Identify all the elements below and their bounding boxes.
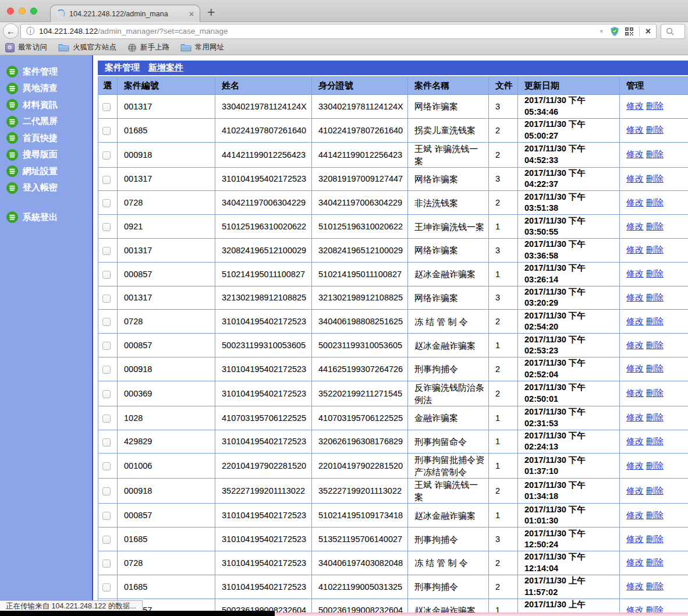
sidebar-item[interactable]: 異地清查 [0, 80, 92, 97]
row-checkbox[interactable] [102, 176, 111, 184]
site-info-icon[interactable]: ⓘ [26, 26, 34, 37]
id-number-cell: 510214195109173418 [312, 504, 408, 528]
sidebar-item[interactable]: 材料資訊 [0, 97, 92, 114]
delete-link[interactable]: 刪除 [646, 534, 664, 544]
sidebar-item[interactable]: 首頁快捷 [0, 130, 92, 147]
row-checkbox[interactable] [102, 438, 111, 447]
delete-link[interactable]: 刪除 [646, 268, 664, 278]
edit-link[interactable]: 修改 [626, 581, 644, 591]
bookmark-item[interactable]: ⚙最常访问 [5, 43, 47, 52]
row-checkbox[interactable] [102, 462, 111, 470]
file-count-cell: 2 [489, 191, 518, 215]
new-tab-button[interactable]: + [207, 5, 215, 20]
row-checkbox[interactable] [102, 103, 111, 111]
bookmark-item[interactable]: 新手上路 [127, 43, 169, 52]
delete-link[interactable]: 刪除 [646, 510, 664, 520]
delete-link[interactable]: 刪除 [646, 557, 664, 567]
edit-link[interactable]: 修改 [626, 363, 644, 373]
edit-link[interactable]: 修改 [626, 316, 644, 326]
delete-link[interactable]: 刪除 [646, 125, 664, 134]
qr-code-icon[interactable] [625, 27, 633, 36]
row-checkbox[interactable] [102, 536, 111, 544]
url-bar[interactable]: ⓘ 104.221.248.122/admin_manager/?set=cas… [20, 24, 657, 39]
sidebar-item[interactable]: 二代黑屏 [0, 114, 92, 130]
delete-link[interactable]: 刪除 [646, 340, 664, 350]
row-checkbox[interactable] [102, 487, 111, 495]
tab-close-icon[interactable]: × [189, 10, 194, 18]
edit-link[interactable]: 修改 [626, 388, 644, 398]
update-date: 2017/11/30 下午 [524, 263, 586, 272]
delete-link[interactable]: 刪除 [646, 461, 664, 470]
column-header: 選 [98, 77, 118, 95]
edit-link[interactable]: 修改 [626, 221, 644, 231]
delete-link[interactable]: 刪除 [646, 149, 664, 159]
new-case-link[interactable]: 新增案件 [148, 62, 183, 73]
row-checkbox[interactable] [102, 247, 111, 255]
table-row: 0921510125196310020622510125196310020622… [98, 215, 688, 239]
shield-icon[interactable] [610, 26, 619, 37]
search-input[interactable] [661, 24, 685, 39]
back-button[interactable]: ← [3, 23, 19, 39]
delete-link[interactable]: 刪除 [646, 486, 664, 495]
row-checkbox[interactable] [102, 318, 111, 326]
row-checkbox[interactable] [102, 127, 111, 135]
update-time: 03:20:29 [524, 298, 558, 307]
edit-link[interactable]: 修改 [626, 149, 644, 159]
edit-link[interactable]: 修改 [626, 197, 644, 207]
edit-link[interactable]: 修改 [626, 340, 644, 350]
stop-button[interactable]: × [646, 27, 651, 36]
edit-link[interactable]: 修改 [626, 268, 644, 278]
edit-link[interactable]: 修改 [626, 125, 644, 134]
row-checkbox[interactable] [102, 342, 111, 350]
update-date-cell: 2017/11/30 下午03:36:58 [518, 238, 620, 262]
edit-link[interactable]: 修改 [626, 245, 644, 254]
main-panel: 案件管理 新增案件 選案件編號姓名身分證號案件名稱文件更新日期管理 001317… [98, 55, 688, 616]
delete-link[interactable]: 刪除 [646, 197, 664, 207]
delete-link[interactable]: 刪除 [646, 436, 664, 446]
edit-link[interactable]: 修改 [626, 534, 644, 544]
delete-link[interactable]: 刪除 [646, 174, 664, 183]
delete-link[interactable]: 刪除 [646, 316, 664, 326]
edit-link[interactable]: 修改 [626, 557, 644, 567]
edit-link[interactable]: 修改 [626, 101, 644, 111]
sidebar-item[interactable]: 案件管理 [0, 63, 92, 80]
delete-link[interactable]: 刪除 [646, 363, 664, 373]
loading-artifact-bar [0, 611, 275, 616]
zoom-window-button[interactable] [30, 8, 37, 15]
row-checkbox[interactable] [102, 583, 111, 592]
edit-link[interactable]: 修改 [626, 510, 644, 520]
bookmark-item[interactable]: 火狐官方站点 [58, 43, 116, 52]
edit-link[interactable]: 修改 [626, 436, 644, 446]
row-checkbox[interactable] [102, 366, 111, 374]
edit-link[interactable]: 修改 [626, 412, 644, 422]
delete-link[interactable]: 刪除 [646, 581, 664, 591]
sidebar-item-logout[interactable]: 系統登出 [0, 209, 92, 226]
history-dropdown-icon[interactable]: ▼ [599, 29, 604, 34]
delete-link[interactable]: 刪除 [646, 101, 664, 111]
delete-link[interactable]: 刪除 [646, 221, 664, 231]
row-checkbox[interactable] [102, 560, 111, 568]
delete-link[interactable]: 刪除 [646, 388, 664, 398]
sidebar-item[interactable]: 網址設置 [0, 163, 92, 180]
row-checkbox[interactable] [102, 415, 111, 423]
edit-link[interactable]: 修改 [626, 461, 644, 470]
sidebar-item[interactable]: 搜尋版面 [0, 147, 92, 164]
minimize-window-button[interactable] [19, 8, 26, 15]
row-checkbox[interactable] [102, 199, 111, 207]
browser-tab[interactable]: 104.221.248.122/admin_mana × [50, 5, 200, 22]
delete-link[interactable]: 刪除 [646, 245, 664, 254]
close-window-button[interactable] [7, 8, 14, 15]
delete-link[interactable]: 刪除 [646, 412, 664, 422]
sidebar-item[interactable]: 登入帳密 [0, 180, 92, 197]
bookmark-item[interactable]: 常用网址 [180, 43, 224, 52]
edit-link[interactable]: 修改 [626, 486, 644, 495]
row-checkbox[interactable] [102, 295, 111, 303]
row-checkbox[interactable] [102, 271, 111, 279]
row-checkbox[interactable] [102, 151, 111, 160]
row-checkbox[interactable] [102, 512, 111, 520]
edit-link[interactable]: 修改 [626, 292, 644, 302]
edit-link[interactable]: 修改 [626, 174, 644, 183]
row-checkbox[interactable] [102, 390, 111, 398]
row-checkbox[interactable] [102, 223, 111, 231]
delete-link[interactable]: 刪除 [646, 292, 664, 302]
